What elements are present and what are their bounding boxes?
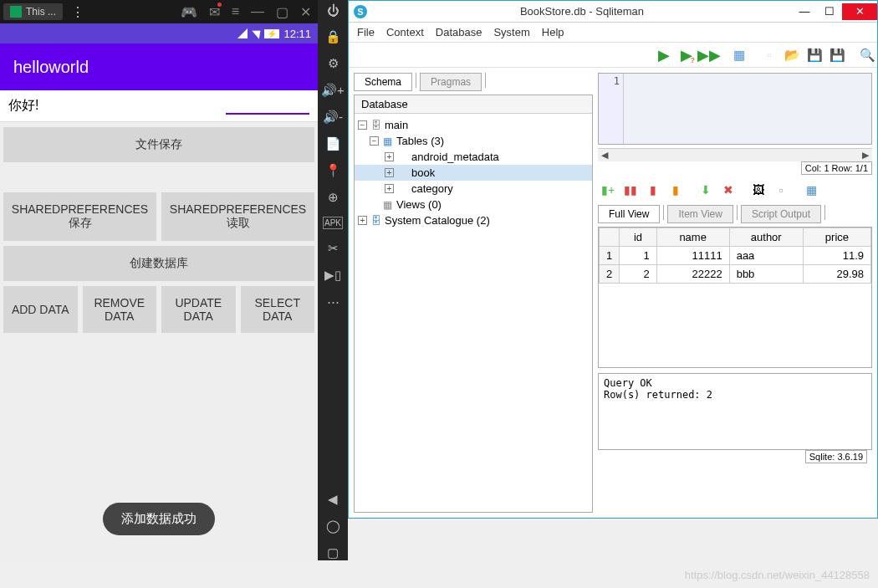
menu-bar: File Context Database System Help [349, 23, 877, 43]
app-logo-icon: S [354, 5, 367, 18]
play-icon[interactable]: ▶▯ [324, 268, 341, 283]
volume-down-icon[interactable]: 🔊- [323, 110, 343, 125]
gear-icon[interactable]: ⚙ [328, 56, 339, 71]
recents-icon[interactable]: ▢ [327, 545, 339, 560]
add-icon[interactable]: ⊕ [328, 190, 339, 205]
run-explain-icon[interactable]: ▶ [676, 45, 697, 65]
line-gutter: 1 [599, 74, 624, 144]
menu-icon[interactable]: ≡ [232, 4, 239, 19]
close-icon[interactable]: ✕ [300, 4, 311, 20]
update-data-button[interactable]: UPDATE DATA [161, 286, 236, 333]
win-minimize-icon[interactable]: — [792, 3, 817, 20]
scroll-left-icon[interactable]: ◀ [598, 150, 611, 161]
rollback-icon[interactable]: ✖ [718, 180, 738, 200]
snapshot-icon[interactable]: ▦ [801, 180, 821, 200]
window-titlebar[interactable]: S BookStore.db - Sqliteman — ☐ ✕ [349, 1, 877, 23]
tree-node-syscat[interactable]: +🗄System Catalogue (2) [355, 212, 592, 228]
status-time: 12:11 [283, 28, 311, 40]
maximize-icon[interactable]: ▢ [276, 4, 288, 20]
back-icon[interactable]: ◀ [328, 492, 338, 507]
sqliteman-window: S BookStore.db - Sqliteman — ☐ ✕ File Co… [348, 0, 878, 519]
result-grid[interactable]: id name author price 1 1 11111 aaa 11.9 … [598, 227, 872, 368]
win-close-icon[interactable]: ✕ [842, 3, 877, 20]
tab-script-output[interactable]: Script Output [741, 205, 821, 223]
create-db-button[interactable]: 创建数据库 [3, 246, 314, 281]
row-edit-icon[interactable]: ▮ [666, 180, 686, 200]
tree-node-android-metadata[interactable]: +android_metadata [355, 149, 592, 165]
blob-preview-icon[interactable]: 🖼 [748, 180, 768, 200]
minimize-icon[interactable]: — [251, 4, 264, 19]
android-status-bar: ◥ ⚡ 12:11 [0, 23, 318, 43]
save-as-icon[interactable]: 💾 [827, 45, 847, 65]
tab-full-view[interactable]: Full View [598, 205, 660, 223]
sp-read-button[interactable]: SHAREDPREFERENCES读取 [161, 192, 314, 241]
text-input-row[interactable]: 你好! [0, 90, 318, 122]
schema-pane: Schema Pragmas Database −🗄main −▦Tables … [349, 68, 598, 518]
save-icon[interactable]: 💾 [804, 45, 824, 65]
db-tree: −🗄main −▦Tables (3) +android_metadata +b… [355, 114, 592, 232]
add-data-button[interactable]: ADD DATA [3, 286, 78, 333]
row-copy-icon[interactable]: ▮▮ [620, 180, 641, 200]
export-icon[interactable]: ▫ [771, 180, 791, 200]
ide-tab[interactable]: This ... [3, 3, 63, 20]
run-all-icon[interactable]: ▶▶ [699, 45, 719, 65]
file-save-button[interactable]: 文件保存 [3, 127, 314, 162]
sql-editor[interactable]: 1 [598, 73, 872, 145]
apk-icon[interactable]: APK [323, 217, 343, 229]
win-maximize-icon[interactable]: ☐ [817, 3, 842, 20]
scroll-right-icon[interactable]: ▶ [859, 150, 872, 161]
new-file-icon[interactable]: ▫ [759, 45, 779, 65]
volume-up-icon[interactable]: 🔊+ [321, 83, 345, 98]
col-price[interactable]: price [803, 228, 870, 247]
select-data-button[interactable]: SELECT DATA [241, 286, 315, 333]
open-folder-icon[interactable]: 📂 [782, 45, 802, 65]
row-delete-icon[interactable]: ▮ [643, 180, 663, 200]
col-id[interactable]: id [620, 228, 656, 247]
tree-node-views[interactable]: ▦Views (0) [355, 197, 592, 212]
mail-icon[interactable]: ✉ [209, 4, 220, 20]
menu-file[interactable]: File [357, 26, 375, 38]
android-emulator: This ... ⋮ 🎮 ✉ ≡ — ▢ ✕ ◥ ⚡ 12:11 hellowo… [0, 0, 318, 560]
sqlite-version: Sqlite: 3.6.19 [805, 450, 867, 463]
power-icon[interactable]: ⏻ [327, 3, 339, 18]
tree-node-main[interactable]: −🗄main [355, 117, 592, 133]
lock-icon[interactable]: 🔒 [325, 29, 341, 44]
menu-system[interactable]: System [493, 26, 529, 38]
commit-icon[interactable]: ⬇ [696, 180, 716, 200]
col-author[interactable]: author [729, 228, 803, 247]
home-icon[interactable]: ◯ [326, 519, 340, 534]
toast-message: 添加数据成功 [103, 503, 215, 535]
app-bar: helloworld [0, 43, 318, 90]
table-view-icon[interactable]: ▦ [729, 45, 749, 65]
tree-node-book[interactable]: +book [355, 165, 592, 181]
remove-data-button[interactable]: REMOVE DATA [83, 286, 157, 333]
menu-context[interactable]: Context [386, 26, 424, 38]
sql-text[interactable] [624, 74, 871, 144]
tab-schema[interactable]: Schema [354, 73, 412, 91]
tab-item-view[interactable]: Item View [667, 205, 733, 223]
gamepad-icon[interactable]: 🎮 [181, 4, 197, 20]
watermark: https://blog.csdn.net/weixin_44128558 [685, 569, 870, 581]
tree-node-category[interactable]: +category [355, 181, 592, 197]
file-icon[interactable]: 📄 [325, 136, 341, 151]
more-icon[interactable]: ⋯ [327, 294, 339, 309]
sp-save-button[interactable]: SHAREDPREFERENCES保存 [3, 192, 156, 241]
wifi-icon [237, 28, 248, 38]
data-toolbar: ▮+ ▮▮ ▮ ▮ ⬇ ✖ 🖼 ▫ ▦ [598, 178, 872, 202]
table-row[interactable]: 1 1 11111 aaa 11.9 [600, 247, 871, 265]
run-icon[interactable]: ▶ [654, 45, 674, 65]
search-icon[interactable]: 🔍 [857, 45, 877, 65]
tree-node-tables[interactable]: −▦Tables (3) [355, 133, 592, 149]
edit-text[interactable] [226, 97, 309, 115]
tab-more-icon[interactable]: ⋮ [71, 4, 84, 20]
scissors-icon[interactable]: ✂ [328, 241, 339, 256]
gps-icon[interactable]: 📍 [325, 163, 341, 178]
col-name[interactable]: name [656, 228, 729, 247]
table-row[interactable]: 2 2 22222 bbb 29.98 [600, 265, 871, 284]
tab-pragmas[interactable]: Pragmas [420, 73, 482, 91]
menu-help[interactable]: Help [542, 26, 564, 38]
window-title: BookStore.db - Sqliteman [372, 5, 792, 18]
h-scrollbar[interactable]: ◀ ▶ [598, 148, 872, 161]
row-add-icon[interactable]: ▮+ [598, 180, 618, 200]
menu-database[interactable]: Database [436, 26, 482, 38]
